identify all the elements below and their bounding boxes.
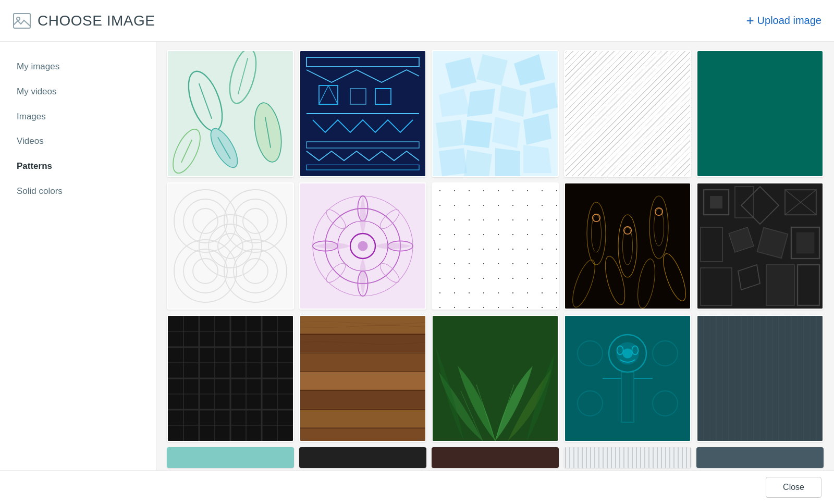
sidebar-item-my-videos[interactable]: My videos xyxy=(0,79,156,104)
choose-image-modal: CHOOSE IMAGE + Upload image My images My… xyxy=(0,0,834,504)
pattern-medium-dark-bar[interactable] xyxy=(696,447,824,468)
svg-rect-124 xyxy=(300,353,425,371)
svg-rect-0 xyxy=(14,14,30,28)
svg-rect-123 xyxy=(300,353,425,353)
svg-rect-121 xyxy=(300,334,425,335)
svg-point-137 xyxy=(622,348,632,358)
pattern-wood[interactable] xyxy=(299,315,426,442)
svg-point-1 xyxy=(17,17,20,20)
svg-rect-126 xyxy=(300,372,425,390)
grid-inner xyxy=(167,50,824,468)
pattern-peacock[interactable] xyxy=(564,182,691,310)
svg-rect-96 xyxy=(766,265,794,305)
pattern-teal-tribal[interactable] xyxy=(564,315,691,442)
svg-point-58 xyxy=(358,241,367,251)
pattern-dark-geo[interactable] xyxy=(696,182,824,310)
svg-rect-130 xyxy=(300,410,425,427)
svg-rect-83 xyxy=(710,196,722,208)
svg-rect-93 xyxy=(796,232,815,254)
svg-marker-36 xyxy=(523,145,551,173)
svg-marker-30 xyxy=(464,120,492,148)
close-button[interactable]: Close xyxy=(766,477,821,498)
sidebar-item-solid-colors[interactable]: Solid colors xyxy=(0,179,156,204)
upload-label: Upload image xyxy=(757,15,821,27)
sidebar-item-images[interactable]: Images xyxy=(0,104,156,129)
image-icon xyxy=(13,11,31,30)
svg-rect-128 xyxy=(300,391,425,409)
pattern-geo-light[interactable] xyxy=(432,50,559,177)
svg-rect-67 xyxy=(565,183,690,309)
svg-marker-35 xyxy=(495,148,520,176)
image-grid xyxy=(167,50,824,442)
pattern-dots[interactable] xyxy=(432,182,559,310)
svg-marker-33 xyxy=(439,148,467,176)
pattern-tribal[interactable] xyxy=(299,50,426,177)
pattern-black-bar[interactable] xyxy=(299,447,426,468)
plus-icon: + xyxy=(746,13,754,29)
svg-marker-34 xyxy=(464,150,492,176)
modal-header: CHOOSE IMAGE + Upload image xyxy=(0,0,834,42)
sidebar: My images My videos Images Videos Patter… xyxy=(0,42,156,470)
pattern-solid-teal[interactable] xyxy=(696,50,824,177)
upload-image-button[interactable]: + Upload image xyxy=(746,13,821,29)
svg-rect-129 xyxy=(300,409,425,410)
sidebar-item-my-images[interactable]: My images xyxy=(0,54,156,79)
svg-rect-133 xyxy=(433,316,558,441)
pattern-leaves[interactable] xyxy=(167,50,294,177)
header-left: CHOOSE IMAGE xyxy=(13,11,155,30)
svg-rect-120 xyxy=(300,316,425,334)
pattern-teal-bar[interactable] xyxy=(167,447,294,468)
image-grid-container xyxy=(156,42,834,470)
modal-body: My images My videos Images Videos Patter… xyxy=(0,42,834,470)
svg-marker-29 xyxy=(436,120,464,148)
svg-rect-132 xyxy=(300,428,425,441)
pattern-dark-charcoal[interactable] xyxy=(696,315,824,442)
sidebar-item-patterns[interactable]: Patterns xyxy=(0,154,156,179)
page-title: CHOOSE IMAGE xyxy=(38,13,155,29)
svg-rect-125 xyxy=(300,372,425,372)
pattern-tropical-green[interactable] xyxy=(432,315,559,442)
partial-row xyxy=(167,447,824,468)
pattern-light-lines-bar[interactable] xyxy=(564,447,691,468)
svg-rect-131 xyxy=(300,428,425,428)
svg-rect-127 xyxy=(300,390,425,391)
pattern-black-grid[interactable] xyxy=(167,315,294,442)
pattern-dark-brown-bar[interactable] xyxy=(432,447,559,468)
pattern-pink-mandala[interactable] xyxy=(299,182,426,310)
sidebar-item-videos[interactable]: Videos xyxy=(0,129,156,154)
pattern-diagonal-lines[interactable] xyxy=(564,50,691,177)
modal-footer: Close xyxy=(0,470,834,504)
svg-marker-26 xyxy=(467,89,495,117)
pattern-white-circles[interactable] xyxy=(167,182,294,310)
